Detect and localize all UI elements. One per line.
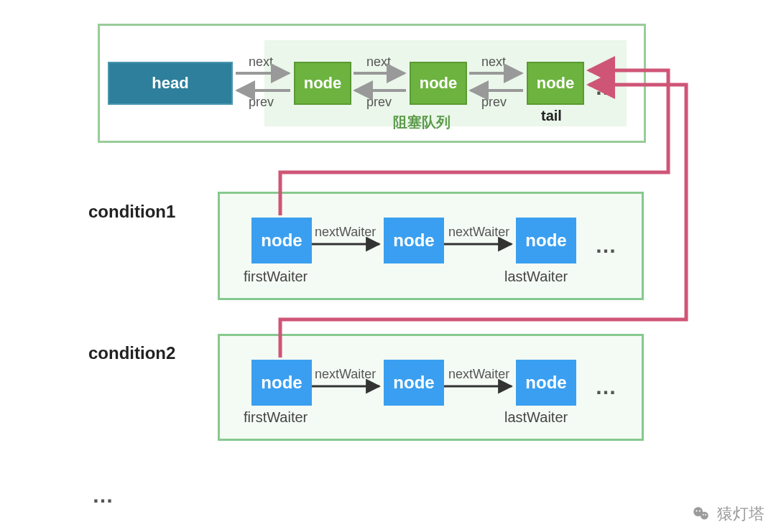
svg-point-1 xyxy=(701,512,708,520)
migrate-arrow-cond1 xyxy=(280,70,668,215)
svg-point-3 xyxy=(699,510,701,512)
wechat-icon xyxy=(691,504,711,524)
svg-point-5 xyxy=(705,514,706,515)
arrows-layer xyxy=(0,0,776,532)
svg-point-2 xyxy=(696,510,697,512)
watermark: 猿灯塔 xyxy=(691,503,765,525)
watermark-text: 猿灯塔 xyxy=(717,503,765,525)
migrate-arrow-cond2 xyxy=(280,85,686,358)
svg-point-4 xyxy=(703,514,704,515)
